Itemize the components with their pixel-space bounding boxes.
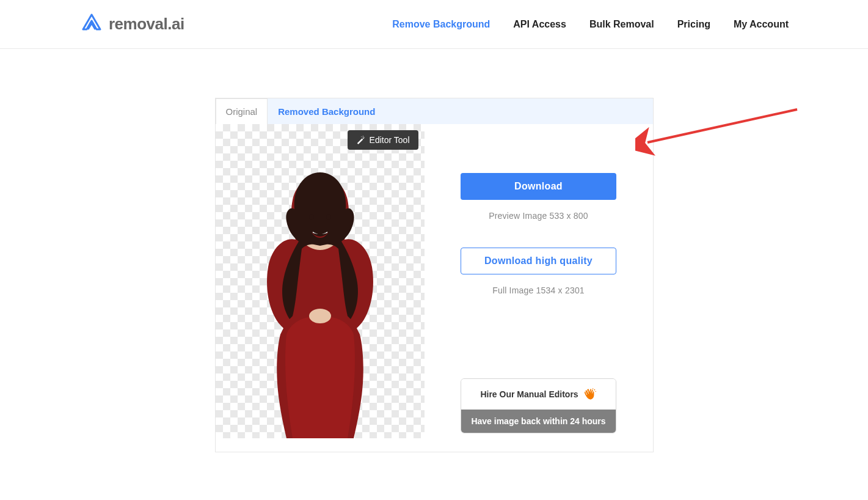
svg-point-4 bbox=[309, 214, 314, 220]
svg-point-6 bbox=[309, 309, 331, 323]
full-meta-text: Full Image 1534 x 2301 bbox=[492, 285, 585, 295]
hire-editors-button[interactable]: Hire Our Manual Editors bbox=[461, 379, 616, 410]
logo-text: removal.ai bbox=[109, 15, 184, 34]
svg-point-8 bbox=[594, 389, 595, 391]
arrow-annotation-icon bbox=[635, 106, 806, 161]
result-card: Original Removed Background Editor Tool bbox=[215, 98, 654, 452]
image-preview-panel: Editor Tool bbox=[216, 124, 425, 438]
tabs-bar: Original Removed Background bbox=[216, 98, 653, 124]
main-nav: Remove Background API Access Bulk Remova… bbox=[392, 19, 789, 30]
tab-removed-background[interactable]: Removed Background bbox=[268, 98, 385, 124]
logo[interactable]: removal.ai bbox=[79, 12, 184, 37]
main-container: Original Removed Background Editor Tool bbox=[0, 49, 868, 452]
result-image bbox=[235, 151, 406, 438]
svg-line-7 bbox=[647, 109, 797, 142]
site-header: removal.ai Remove Background API Access … bbox=[0, 0, 868, 49]
waving-hand-icon bbox=[583, 388, 597, 401]
nav-pricing[interactable]: Pricing bbox=[677, 19, 710, 30]
preview-meta-text: Preview Image 533 x 800 bbox=[489, 211, 588, 221]
logo-icon bbox=[79, 12, 104, 37]
svg-point-5 bbox=[326, 214, 331, 220]
tab-original[interactable]: Original bbox=[216, 98, 268, 124]
editor-tool-button[interactable]: Editor Tool bbox=[348, 130, 418, 150]
svg-point-2 bbox=[361, 136, 362, 137]
svg-point-0 bbox=[362, 136, 363, 136]
download-button[interactable]: Download bbox=[461, 173, 616, 200]
hire-title: Hire Our Manual Editors bbox=[480, 389, 578, 399]
editor-tool-label: Editor Tool bbox=[370, 135, 410, 145]
actions-panel: Download Preview Image 533 x 800 Downloa… bbox=[425, 124, 653, 452]
hire-editors-box: Hire Our Manual Editors Have image back … bbox=[461, 378, 616, 433]
nav-bulk-removal[interactable]: Bulk Removal bbox=[589, 19, 654, 30]
nav-remove-background[interactable]: Remove Background bbox=[392, 19, 490, 30]
svg-point-1 bbox=[363, 137, 364, 138]
svg-point-9 bbox=[595, 391, 596, 392]
nav-my-account[interactable]: My Account bbox=[734, 19, 789, 30]
svg-point-10 bbox=[592, 388, 593, 389]
content-area: Editor Tool bbox=[216, 124, 653, 452]
download-high-quality-button[interactable]: Download high quality bbox=[461, 248, 616, 274]
nav-api-access[interactable]: API Access bbox=[513, 19, 566, 30]
hire-subtitle: Have image back within 24 hours bbox=[461, 410, 616, 433]
magic-wand-icon bbox=[356, 136, 365, 144]
